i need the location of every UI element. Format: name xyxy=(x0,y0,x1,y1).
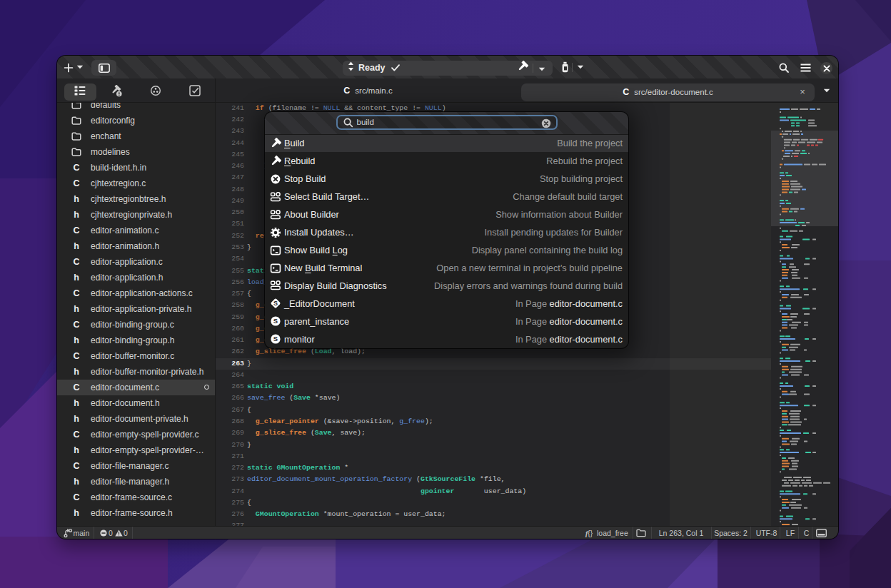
svg-text:S: S xyxy=(273,318,277,325)
svg-text:S: S xyxy=(273,335,277,343)
svg-text:S: S xyxy=(273,300,277,308)
